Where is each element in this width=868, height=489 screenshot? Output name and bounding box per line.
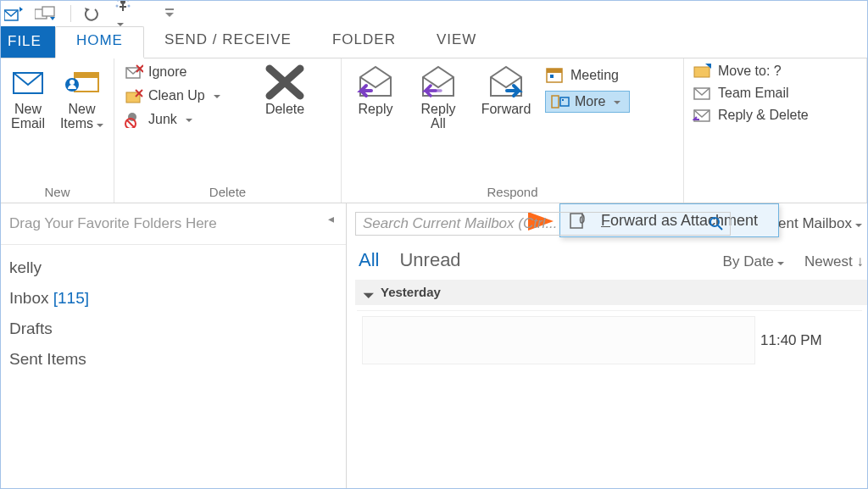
- svg-rect-27: [560, 97, 569, 106]
- ribbon: New Email New Items New Ignore Clean Up: [1, 58, 867, 203]
- filter-all[interactable]: All: [359, 249, 379, 271]
- svg-line-22: [127, 120, 134, 127]
- quickstep-team-email[interactable]: Team Email: [693, 86, 809, 101]
- group-header-yesterday[interactable]: Yesterday: [355, 280, 867, 305]
- svg-rect-24: [547, 69, 562, 73]
- cleanup-icon: [125, 87, 143, 104]
- main-area: ◂ Drag Your Favorite Folders Here kelly …: [1, 203, 867, 488]
- meeting-button[interactable]: Meeting: [545, 67, 630, 84]
- new-email-button[interactable]: New Email: [6, 62, 50, 131]
- tab-view[interactable]: VIEW: [416, 26, 497, 58]
- folder-sent-items[interactable]: Sent Items: [9, 350, 337, 369]
- group-label-delete: Delete: [120, 183, 336, 203]
- svg-rect-25: [550, 75, 554, 78]
- team-email-icon: [693, 86, 713, 101]
- svg-rect-28: [562, 99, 564, 101]
- svg-rect-2: [42, 7, 54, 16]
- message-list-pane: Search Current Mailbox (Ctrl... Current …: [347, 203, 867, 488]
- ribbon-tabs: FILE HOME SEND / RECEIVE FOLDER VIEW: [1, 26, 867, 58]
- filter-unread[interactable]: Unread: [399, 249, 460, 271]
- send-receive-icon[interactable]: [4, 5, 23, 22]
- junk-icon: [125, 111, 143, 128]
- meeting-icon: [545, 67, 565, 84]
- svg-line-34: [718, 225, 722, 230]
- search-input[interactable]: Search Current Mailbox (Ctrl...: [355, 212, 731, 236]
- quickstep-moveto[interactable]: Move to: ?: [693, 64, 809, 79]
- new-items-button[interactable]: New Items: [55, 62, 108, 131]
- group-label-new: New: [6, 183, 108, 203]
- svg-point-7: [128, 5, 131, 8]
- quickstep-reply-delete[interactable]: Reply & Delete: [693, 108, 809, 123]
- send-all-icon[interactable]: [35, 5, 58, 22]
- undo-icon[interactable]: [83, 6, 102, 21]
- svg-point-4: [117, 0, 120, 2]
- search-icon[interactable]: [709, 217, 723, 231]
- ignore-button[interactable]: Ignore: [125, 64, 247, 81]
- svg-point-33: [710, 218, 719, 226]
- account-node[interactable]: kelly: [9, 258, 337, 277]
- inbox-unread-count: [115]: [53, 289, 89, 307]
- tab-home[interactable]: HOME: [55, 26, 144, 58]
- svg-point-5: [127, 0, 130, 2]
- reply-all-button[interactable]: Reply All: [409, 62, 467, 131]
- tab-file[interactable]: FILE: [1, 26, 55, 58]
- sort-newest[interactable]: Newest ↓: [804, 253, 864, 270]
- moveto-icon: [693, 64, 713, 79]
- quick-access-toolbar: [1, 1, 867, 26]
- svg-point-13: [70, 80, 75, 85]
- folder-drafts[interactable]: Drafts: [9, 320, 337, 338]
- favorites-drop-hint: Drag Your Favorite Folders Here: [1, 203, 346, 245]
- more-button[interactable]: More: [545, 91, 630, 113]
- reply-delete-icon: [693, 108, 713, 123]
- svg-point-3: [120, 0, 125, 4]
- qat-customize-icon[interactable]: [164, 8, 175, 19]
- tab-send-receive[interactable]: SEND / RECEIVE: [144, 26, 312, 58]
- junk-button[interactable]: Junk: [125, 111, 247, 128]
- message-preview: [362, 316, 755, 364]
- collapse-folder-pane-icon[interactable]: ◂: [328, 212, 334, 225]
- svg-rect-8: [165, 8, 174, 10]
- sort-by-date[interactable]: By Date: [723, 253, 784, 270]
- folder-pane: ◂ Drag Your Favorite Folders Here kelly …: [1, 203, 347, 488]
- ignore-icon: [125, 64, 143, 81]
- svg-rect-11: [75, 73, 98, 78]
- forward-button[interactable]: Forward: [472, 62, 540, 117]
- message-row[interactable]: 11:40 PM: [357, 310, 862, 370]
- svg-rect-26: [552, 96, 559, 108]
- reply-button[interactable]: Reply: [347, 62, 404, 117]
- delete-button[interactable]: Delete: [252, 62, 318, 117]
- more-icon: [551, 94, 570, 109]
- cleanup-button[interactable]: Clean Up: [125, 87, 247, 104]
- svg-rect-29: [694, 67, 709, 77]
- svg-point-6: [116, 5, 119, 8]
- folder-inbox[interactable]: Inbox [115]: [9, 289, 337, 308]
- message-time: 11:40 PM: [760, 311, 862, 370]
- group-label-respond: Respond: [347, 183, 678, 203]
- tab-folder[interactable]: FOLDER: [312, 26, 416, 58]
- svg-point-20: [128, 113, 136, 121]
